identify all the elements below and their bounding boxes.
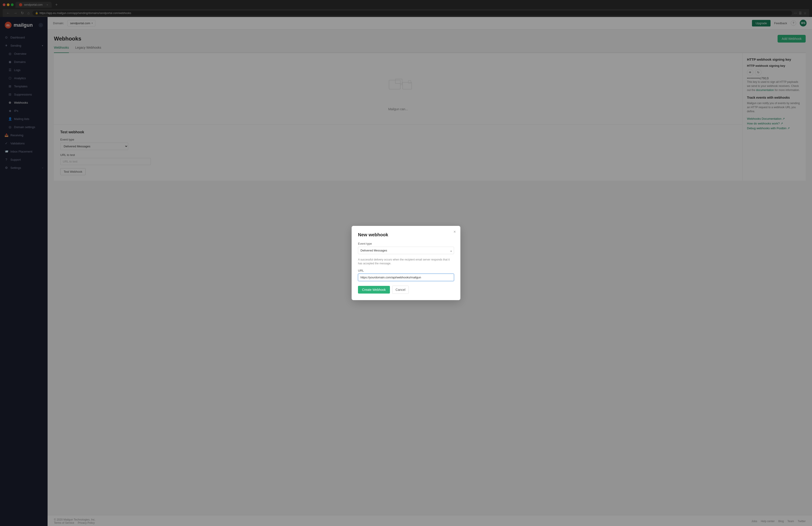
modal-actions: Create Webhook Cancel xyxy=(358,286,454,294)
modal-event-type-select[interactable]: Delivered Messages xyxy=(358,247,454,254)
modal-url-label: URL xyxy=(358,269,454,272)
modal-event-type-label: Event type xyxy=(358,242,454,245)
modal-overlay[interactable]: × New webhook Event type Delivered Messa… xyxy=(0,0,812,526)
modal-url-group: URL xyxy=(358,269,454,286)
modal-cancel-button[interactable]: Cancel xyxy=(392,286,409,294)
select-wrapper: Delivered Messages xyxy=(358,247,454,256)
modal-event-type-group: Event type Delivered Messages A successf… xyxy=(358,242,454,266)
create-webhook-button[interactable]: Create Webhook xyxy=(358,286,390,294)
modal-event-type-hint: A successful delivery occurs when the re… xyxy=(358,258,454,266)
new-webhook-modal: × New webhook Event type Delivered Messa… xyxy=(352,226,460,300)
modal-title: New webhook xyxy=(358,232,454,237)
modal-close-button[interactable]: × xyxy=(453,229,456,234)
modal-url-input[interactable] xyxy=(358,274,454,281)
